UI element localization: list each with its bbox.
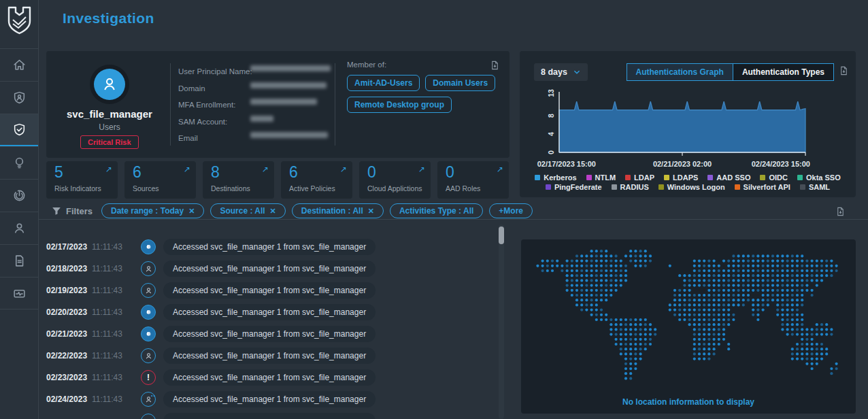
sidebar: [0, 0, 39, 419]
legend-swatch: [760, 175, 765, 180]
event-time: 11:11:43: [92, 286, 123, 295]
stat-card-sources[interactable]: 6Sources↗: [124, 161, 196, 199]
stat-card-risk-indicators[interactable]: 5Risk Indicators↗: [46, 161, 118, 199]
event-description[interactable]: Accessed svc_file_manager 1 from svc_fil…: [163, 391, 375, 407]
legend-swatch: [586, 175, 592, 180]
event-description[interactable]: Accessed svc_file_manager 1 from svc_fil…: [163, 304, 375, 320]
y-tick-label: 8: [547, 114, 555, 118]
stat-value: 8: [211, 163, 220, 182]
event-description[interactable]: Accessed svc_file_manager 1 from svc_fil…: [163, 261, 375, 277]
event-description[interactable]: Accessed svc_file_manager 1 from svc_fil…: [163, 326, 375, 342]
member-group-chip[interactable]: Remote Desktop group: [347, 97, 452, 113]
user-field: MFA Enrollment:: [178, 98, 252, 115]
filter-chips: Date range : Today✕Source : All✕Destinat…: [101, 203, 533, 218]
stat-card-cloud-applictions[interactable]: 0Cloud Applictions↗: [359, 161, 431, 199]
user-field: SAM Account:: [178, 115, 252, 132]
tab-authentication-types[interactable]: Authentication Types: [733, 63, 834, 81]
masked-value: [250, 116, 273, 122]
legend-swatch: [535, 175, 540, 180]
locations-map-panel: No location information to display: [521, 239, 856, 414]
export-file-icon[interactable]: [490, 59, 500, 71]
sidebar-item-user[interactable]: [0, 212, 38, 244]
filter-chip--more[interactable]: +More: [489, 203, 533, 218]
area-series: [559, 101, 805, 152]
y-tick-label: 13: [547, 89, 555, 97]
divider: [39, 219, 868, 220]
masked-value: [250, 82, 327, 88]
map-empty-message: No location information to display: [521, 397, 856, 407]
event-description[interactable]: Accessed svc_file_manager 1 from svc_fil…: [163, 239, 375, 255]
risk-brain-icon: [141, 326, 156, 341]
field-label: SAM Account:: [178, 118, 227, 126]
authentications-chart-panel: 8 days Authentications GraphAuthenticati…: [520, 51, 856, 197]
stat-card-aad-roles[interactable]: 0AAD Roles↗: [437, 161, 509, 199]
filter-chip-activities-type-all[interactable]: Activities Type : All: [390, 203, 483, 218]
stat-card-destinations[interactable]: 8Destinations↗: [203, 161, 274, 199]
sidebar-item-identity-shield[interactable]: [0, 81, 38, 114]
event-date: 02/18/2023: [46, 264, 90, 273]
export-file-icon[interactable]: [839, 65, 849, 77]
export-file-icon[interactable]: [835, 205, 846, 218]
stat-label: AAD Roles: [446, 184, 480, 192]
stat-label: Destinations: [211, 184, 250, 192]
field-label: MFA Enrollment:: [178, 101, 235, 109]
sidebar-item-home[interactable]: [0, 48, 38, 81]
event-time: 11:11:43: [92, 264, 123, 273]
tab-authentications-graph[interactable]: Authentications Graph: [627, 63, 733, 81]
filter-chip-label: Source : All: [220, 206, 265, 216]
divider: [335, 63, 335, 146]
filter-chip-destination-all[interactable]: Destination : All✕: [292, 203, 384, 218]
open-arrow-icon: ↗: [262, 165, 269, 174]
sidebar-item-monitor-pulse[interactable]: [0, 277, 38, 309]
event-row: 02/19/202311:11:43Accessed svc_file_mana…: [46, 280, 495, 301]
risk-brain-icon: [141, 305, 156, 320]
filter-chip-date-range-today[interactable]: Date range : Today✕: [101, 203, 204, 218]
filter-chip-label: +More: [499, 206, 523, 216]
user-entity-type: Users: [52, 122, 167, 132]
sidebar-item-lightbulb[interactable]: [0, 146, 38, 179]
event-row: 02/20/202311:11:43Accessed svc_file_mana…: [46, 301, 495, 323]
investigation-page: Investigation svc_file_manager Users Cri…: [0, 0, 868, 419]
open-arrow-icon: ↗: [105, 165, 112, 174]
scrollbar-thumb[interactable]: [499, 227, 504, 244]
filter-chip-source-all[interactable]: Source : All✕: [210, 203, 285, 218]
stat-label: Active Policies: [289, 184, 335, 192]
sidebar-item-shield-check[interactable]: [0, 114, 38, 146]
user-circle-icon: [141, 348, 156, 363]
sidebar-item-power-target[interactable]: [0, 179, 38, 212]
legend-item-radius: RADIUS: [612, 183, 649, 191]
member-group-chip[interactable]: Amit-AD-Users: [347, 75, 420, 91]
event-description[interactable]: Accessed svc_file_manager 1 from svc_fil…: [163, 282, 375, 299]
legend-item-aad-sso: AAD SSO: [707, 173, 750, 182]
stats-row: 5Risk Indicators↗6Sources↗8Destinations↗…: [46, 161, 509, 199]
dots-decoration: ••: [151, 393, 156, 398]
event-list-scrollbar[interactable]: [499, 224, 504, 419]
remove-filter-icon[interactable]: ✕: [368, 207, 374, 216]
legend-item-okta-sso: Okta SSO: [797, 173, 841, 182]
stat-card-active-policies[interactable]: 6Active Policies↗: [281, 161, 352, 199]
remove-filter-icon[interactable]: ✕: [270, 207, 276, 216]
event-row: 02/17/202311:11:43Accessed svc_file_mana…: [46, 236, 495, 258]
sidebar-item-document[interactable]: [0, 244, 38, 277]
time-range-selector[interactable]: 8 days: [534, 63, 588, 81]
filter-chip-label: Destination : All: [301, 206, 363, 216]
event-description[interactable]: Accessed svc_file_manager 1 from svc_fil…: [163, 348, 375, 364]
legend-item-pingfederate: PingFederate: [546, 183, 602, 191]
x-tick-label: 02/17/2023 15:00: [537, 160, 596, 168]
legend-item-windows-logon: Windows Logon: [658, 183, 725, 191]
stat-label: Risk Indicators: [54, 184, 101, 192]
sidebar-nav: [0, 48, 38, 309]
x-tick-label: 02/21/2023 02:00: [653, 160, 712, 168]
event-description[interactable]: Accessed svc_file_manager 1 from svc_fil…: [163, 369, 375, 386]
remove-filter-icon[interactable]: ✕: [188, 207, 195, 216]
chart-legend-row-1: KerberosNTLMLDAPLDAPSAAD SSOOIDCOkta SSO: [520, 173, 856, 182]
legend-item-saml: SAML: [800, 183, 830, 191]
event-date: 02/23/2023: [46, 373, 90, 382]
filters-bar: Filters Date range : Today✕Source : All✕…: [52, 203, 533, 218]
silverfort-shield-logo: [7, 5, 32, 35]
legend-swatch: [797, 175, 803, 180]
legend-swatch: [735, 184, 740, 190]
user-field: Email: [178, 131, 252, 148]
member-group-chip[interactable]: Domain Users: [425, 75, 495, 91]
power-target-icon: [12, 188, 27, 203]
